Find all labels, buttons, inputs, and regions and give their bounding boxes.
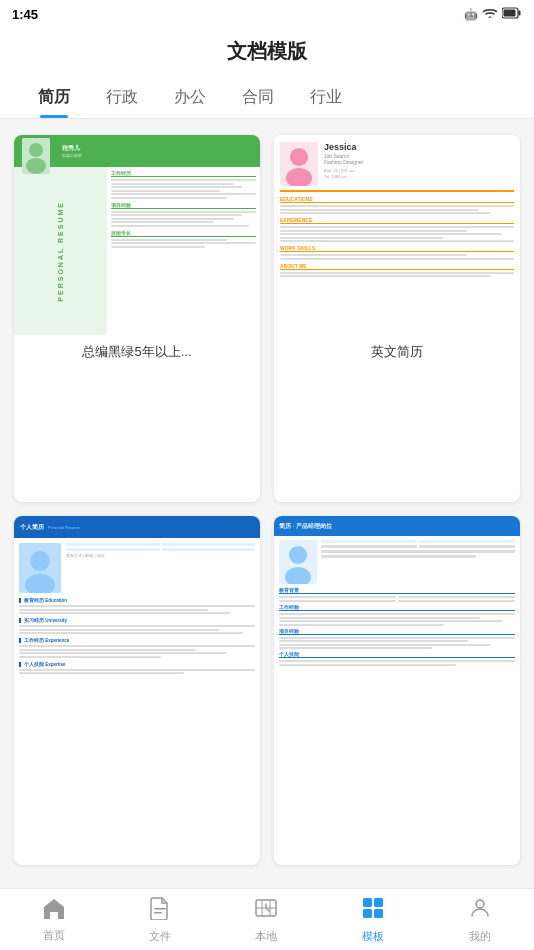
svg-rect-16 — [154, 912, 162, 914]
svg-point-4 — [29, 143, 43, 157]
template-preview-structured: 简历 · 产品经理岗位 — [274, 516, 520, 716]
template-preview-blue: 个人简历 Personal Resume — [14, 516, 260, 716]
svg-point-5 — [26, 158, 46, 174]
nav-mine-label: 我的 — [469, 929, 491, 944]
template-label-green: 总编黑绿5年以上... — [14, 335, 260, 369]
template-card-english[interactable]: Jessica Job Search Fashion Designer Age:… — [274, 135, 520, 502]
template-card-structured[interactable]: 简历 · 产品经理岗位 — [274, 516, 520, 865]
nav-local[interactable]: 本地 — [242, 890, 290, 950]
nav-home-label: 首页 — [43, 928, 65, 943]
tab-admin[interactable]: 行政 — [88, 77, 156, 118]
template-card-green[interactable]: 程秀儿 前端工程师 PERSONAL RESUME 工作经历 — [14, 135, 260, 502]
svg-rect-15 — [154, 908, 166, 910]
nav-home[interactable]: 首页 — [30, 891, 78, 949]
template-label-blue — [14, 716, 260, 732]
nav-files[interactable]: 文件 — [137, 890, 183, 950]
page-title-bar: 文档模版 — [0, 28, 534, 77]
nav-template-label: 模板 — [362, 929, 384, 944]
status-time: 1:45 — [12, 7, 38, 22]
template-label-english: 英文简历 — [274, 335, 520, 369]
android-icon: 🤖 — [464, 8, 478, 21]
bottom-nav: 首页 文件 本地 — [0, 888, 534, 950]
files-icon — [149, 896, 171, 926]
template-label-structured — [274, 716, 520, 732]
template-preview-english: Jessica Job Search Fashion Designer Age:… — [274, 135, 520, 335]
svg-point-13 — [289, 546, 307, 564]
svg-point-22 — [476, 900, 484, 908]
svg-rect-1 — [519, 10, 521, 15]
local-icon — [254, 896, 278, 926]
svg-rect-21 — [374, 909, 383, 918]
status-bar: 1:45 🤖 — [0, 0, 534, 28]
svg-rect-18 — [363, 898, 372, 907]
tab-contract[interactable]: 合同 — [224, 77, 292, 118]
status-icons: 🤖 — [464, 7, 522, 22]
nav-files-label: 文件 — [149, 929, 171, 944]
tab-industry[interactable]: 行业 — [292, 77, 360, 118]
battery-icon — [502, 7, 522, 22]
svg-point-10 — [30, 551, 50, 571]
template-grid: 程秀儿 前端工程师 PERSONAL RESUME 工作经历 — [0, 119, 534, 881]
template-card-blue[interactable]: 个人简历 Personal Resume — [14, 516, 260, 865]
home-icon — [42, 897, 66, 925]
svg-rect-2 — [504, 9, 516, 16]
tab-resume[interactable]: 简历 — [20, 77, 88, 118]
nav-local-label: 本地 — [255, 929, 277, 944]
tab-bar: 简历 行政 办公 合同 行业 — [0, 77, 534, 119]
nav-template[interactable]: 模板 — [349, 890, 397, 950]
svg-rect-19 — [374, 898, 383, 907]
nav-mine[interactable]: 我的 — [456, 890, 504, 950]
page-title: 文档模版 — [0, 38, 534, 65]
svg-rect-20 — [363, 909, 372, 918]
svg-point-7 — [290, 148, 308, 166]
mine-icon — [468, 896, 492, 926]
tab-office[interactable]: 办公 — [156, 77, 224, 118]
wifi-icon — [482, 7, 498, 22]
template-icon — [361, 896, 385, 926]
template-preview-green: 程秀儿 前端工程师 PERSONAL RESUME 工作经历 — [14, 135, 260, 335]
